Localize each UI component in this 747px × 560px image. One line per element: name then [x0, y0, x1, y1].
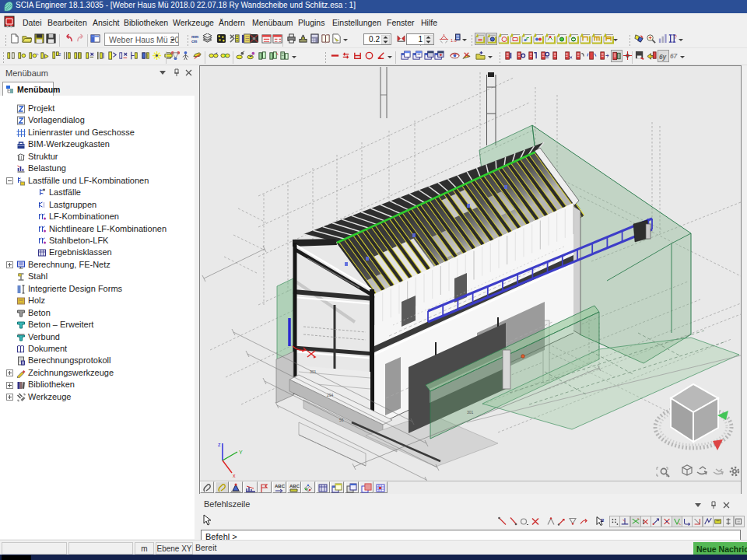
svg-text:R: R — [601, 518, 605, 523]
svg-text:2: 2 — [58, 52, 61, 57]
svg-text:Y: Y — [239, 450, 243, 455]
svg-text:z: z — [218, 442, 221, 447]
svg-text:67: 67 — [670, 52, 678, 60]
svg-text:294: 294 — [327, 393, 334, 397]
svg-text:x: x — [233, 473, 236, 478]
svg-text:56: 56 — [339, 418, 344, 422]
svg-text:301: 301 — [310, 369, 317, 374]
svg-text:301: 301 — [467, 410, 474, 415]
svg-text:ABC: ABC — [289, 484, 300, 488]
svg-text:cm: cm — [191, 39, 198, 44]
svg-text:ABC: ABC — [275, 484, 286, 488]
svg-text:?: ? — [674, 34, 677, 40]
svg-text:mm: mm — [191, 34, 199, 39]
svg-text:6y: 6y — [659, 53, 667, 61]
